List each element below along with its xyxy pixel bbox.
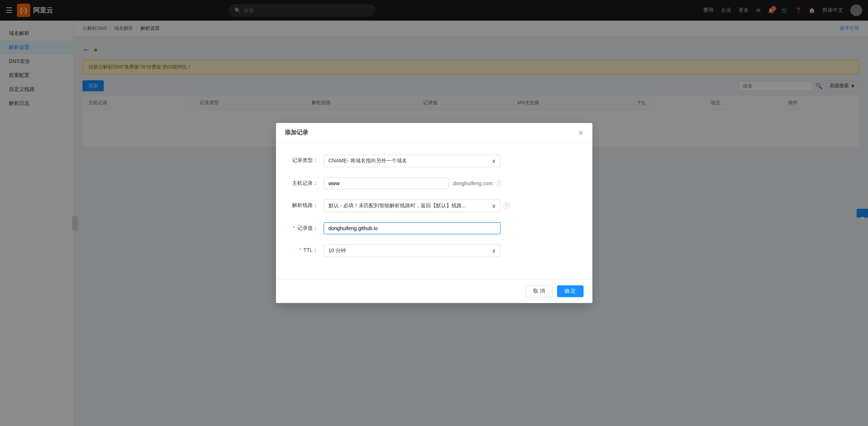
record-value-label-text: 记录值	[297, 225, 313, 231]
ttl-required-star: *	[300, 247, 301, 253]
record-value-input[interactable]	[324, 222, 500, 234]
ttl-select[interactable]: 10 分钟 ∨	[324, 244, 500, 257]
chevron-down-icon: ∨	[492, 158, 496, 164]
record-type-wrap: CNAME- 将域名指向另外一个域名 ∨	[324, 155, 578, 167]
required-star: *	[293, 225, 295, 231]
record-value-label: * 记录值：	[291, 222, 324, 232]
modal-header: 添加记录 ✕	[276, 123, 592, 143]
host-record-label: 主机记录：	[291, 177, 324, 187]
host-record-input[interactable]	[324, 177, 449, 189]
chevron-down-icon: ∨	[492, 203, 496, 209]
host-record-help-icon[interactable]: ?	[496, 180, 502, 187]
modal-title: 添加记录	[285, 129, 308, 137]
chevron-down-icon: ∨	[492, 248, 496, 254]
modal-body: 记录类型： CNAME- 将域名指向另外一个域名 ∨ 主机记录： .donghu…	[276, 143, 592, 279]
ttl-value: 10 分钟	[329, 247, 346, 254]
domain-suffix: .donghuifeng.com	[452, 180, 493, 186]
record-type-value: CNAME- 将域名指向另外一个域名	[329, 158, 407, 164]
ok-button[interactable]: 确 定	[557, 285, 584, 297]
resolve-route-value: 默认 - 必填！未匹配到智能解析线路时，返回【默认】线路...	[329, 203, 466, 209]
ttl-wrap: 10 分钟 ∨	[324, 244, 578, 257]
modal-overlay: 添加记录 ✕ 记录类型： CNAME- 将域名指向另外一个域名 ∨ 主机记录：	[0, 0, 868, 426]
modal-footer: 取 消 确 定	[276, 279, 592, 303]
ttl-label: * TTL：	[291, 244, 324, 254]
form-row-record-type: 记录类型： CNAME- 将域名指向另外一个域名 ∨	[291, 155, 578, 167]
resolve-route-select[interactable]: 默认 - 必填！未匹配到智能解析线路时，返回【默认】线路... ∨	[324, 200, 500, 212]
resolve-route-label: 解析线路：	[291, 200, 324, 209]
record-value-wrap	[324, 222, 578, 234]
form-row-host: 主机记录： .donghuifeng.com ?	[291, 177, 578, 189]
modal-close-button[interactable]: ✕	[578, 130, 584, 136]
form-row-value: * 记录值：	[291, 222, 578, 234]
record-type-label: 记录类型：	[291, 155, 324, 164]
form-row-ttl: * TTL： 10 分钟 ∨	[291, 244, 578, 257]
ttl-label-text: TTL	[304, 247, 313, 253]
cancel-button[interactable]: 取 消	[525, 285, 553, 297]
record-type-select[interactable]: CNAME- 将域名指向另外一个域名 ∨	[324, 155, 500, 167]
resolve-route-help-icon[interactable]: ?	[503, 203, 510, 209]
add-record-modal: 添加记录 ✕ 记录类型： CNAME- 将域名指向另外一个域名 ∨ 主机记录：	[276, 123, 592, 303]
form-row-route: 解析线路： 默认 - 必填！未匹配到智能解析线路时，返回【默认】线路... ∨ …	[291, 200, 578, 212]
resolve-route-wrap: 默认 - 必填！未匹配到智能解析线路时，返回【默认】线路... ∨ ?	[324, 200, 578, 212]
host-record-wrap: .donghuifeng.com ?	[324, 177, 578, 189]
